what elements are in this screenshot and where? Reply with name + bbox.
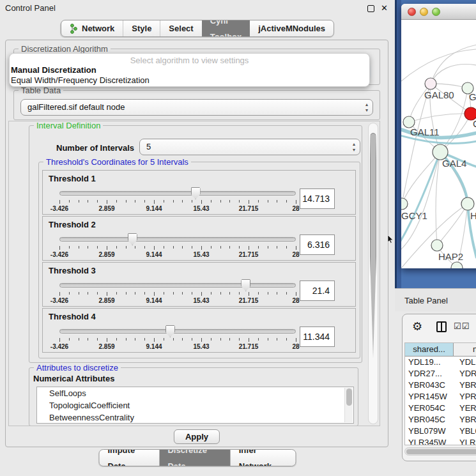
attribute-list-item[interactable]: TopologicalCoefficient bbox=[37, 399, 353, 411]
algorithm-dropdown-popup: Select algorithm to view settings Manual… bbox=[9, 53, 370, 87]
network-node-hap2[interactable] bbox=[431, 240, 443, 251]
threshold-slider[interactable]: -3.4262.8599.14415.4321.71528 bbox=[59, 186, 296, 214]
minimize-traffic-light[interactable] bbox=[420, 8, 428, 16]
tab-discretize-data[interactable]: Discretize Data bbox=[159, 450, 230, 466]
table-row[interactable]: YBL079WYBL0 bbox=[405, 426, 476, 437]
table-data-combobox[interactable]: galFiltered.sif default node ▴▾ bbox=[20, 99, 373, 116]
close-panel-icon[interactable]: ✕ bbox=[381, 3, 388, 13]
slider-thumb[interactable] bbox=[241, 279, 250, 291]
tab-cyni-toolbox[interactable]: Cyni Toolbox bbox=[202, 20, 250, 36]
network-node[interactable] bbox=[451, 262, 463, 268]
slider-track[interactable] bbox=[59, 237, 296, 242]
slider-track[interactable] bbox=[59, 191, 296, 196]
table-cell-shared-name[interactable]: YLR345W bbox=[405, 437, 454, 445]
table-row[interactable]: YLR345WYLR3 bbox=[405, 437, 476, 445]
number-of-intervals-combobox[interactable]: 5 ▴▾ bbox=[139, 139, 360, 155]
slider-tick bbox=[258, 200, 259, 203]
slider-tick bbox=[97, 200, 98, 203]
table-row[interactable]: YBR043CYBR0 bbox=[405, 380, 476, 391]
table-cell-name[interactable]: YLR3 bbox=[454, 437, 476, 445]
table-horizontal-scrollbar[interactable] bbox=[404, 447, 476, 456]
slider-track[interactable] bbox=[59, 329, 296, 334]
network-node-label: GAL80 bbox=[424, 89, 454, 100]
network-node-label: GCY1 bbox=[401, 210, 427, 221]
slider-tick bbox=[211, 246, 211, 249]
axis-tick-label: -3.426 bbox=[50, 205, 68, 212]
dropdown-option[interactable]: Equal Width/Frequency Discretization bbox=[10, 75, 369, 86]
threshold-slider[interactable]: -3.4262.8599.14415.4321.71528 bbox=[59, 324, 296, 352]
table-cell-name[interactable]: YBL0 bbox=[454, 426, 476, 437]
tab-select[interactable]: Select bbox=[160, 20, 201, 36]
axis-tick-label: 28 bbox=[292, 297, 299, 304]
table-row[interactable]: YDL19...YDL1 bbox=[405, 357, 476, 368]
network-node-label: GAL11 bbox=[410, 127, 440, 137]
slider-thumb[interactable] bbox=[191, 187, 201, 199]
zoom-traffic-light[interactable] bbox=[432, 8, 440, 16]
threshold-slider[interactable]: -3.4262.8599.14415.4321.71528 bbox=[59, 278, 296, 306]
table-row[interactable]: YPR145WYPR1 bbox=[405, 391, 476, 403]
slider-tick bbox=[164, 292, 164, 295]
slider-tick bbox=[182, 292, 183, 295]
axis-tick-label: 21.715 bbox=[239, 205, 259, 212]
settings-vertical-scrollbar[interactable] bbox=[368, 123, 378, 424]
table-cell-name[interactable]: YPR1 bbox=[454, 391, 476, 403]
dropdown-option[interactable]: Manual Discretization bbox=[10, 65, 369, 75]
columns-icon[interactable] bbox=[436, 321, 447, 332]
column-header-shared-name[interactable]: shared... bbox=[405, 343, 454, 356]
tab-style[interactable]: Style bbox=[123, 20, 160, 36]
slider-tick bbox=[296, 200, 296, 204]
table-cell-shared-name[interactable]: YDL19... bbox=[405, 357, 454, 368]
slider-track[interactable] bbox=[59, 283, 296, 288]
tab-label: Impute Data bbox=[108, 449, 151, 466]
gear-icon[interactable]: ⚙ bbox=[412, 320, 422, 333]
control-panel-titlebar: Control Panel ✕ bbox=[0, 0, 395, 17]
network-node-gcy1[interactable] bbox=[401, 198, 408, 210]
table-header-row: shared... n bbox=[405, 343, 476, 357]
table-cell-name[interactable]: YDR2 bbox=[454, 368, 476, 380]
threshold-value-input[interactable]: 21.4 bbox=[300, 280, 335, 301]
attribute-list-item[interactable]: BetweennessCentrality bbox=[37, 411, 353, 424]
slider-tick bbox=[229, 338, 230, 341]
column-header-name[interactable]: n bbox=[454, 343, 476, 356]
threshold-label: Threshold 1 bbox=[49, 174, 96, 183]
select-columns-checkbox-icons[interactable]: ☑☑ bbox=[454, 321, 470, 331]
table-cell-name[interactable]: YER0 bbox=[454, 403, 476, 414]
threshold-slider[interactable]: -3.4262.8599.14415.4321.71528 bbox=[59, 232, 296, 260]
attribute-list-item[interactable]: SelfLoops bbox=[37, 387, 353, 399]
network-node-h[interactable] bbox=[461, 197, 474, 210]
table-row[interactable]: YER054CYER0 bbox=[405, 403, 476, 414]
threshold-value-input[interactable]: 11.344 bbox=[300, 326, 335, 347]
table-cell-shared-name[interactable]: YPR145W bbox=[405, 391, 454, 403]
network-canvas[interactable]: GAL80GACGAL11GAL4GCY1HHAP2 bbox=[401, 20, 476, 268]
slider-tick bbox=[79, 200, 79, 203]
threshold-value-input[interactable]: 14.713 bbox=[300, 188, 335, 209]
tab-network[interactable]: Network bbox=[61, 20, 123, 36]
tab-label: Select bbox=[169, 20, 193, 36]
table-cell-shared-name[interactable]: YER054C bbox=[405, 403, 454, 414]
tab-infer-network[interactable]: Infer Network bbox=[231, 450, 296, 466]
number-of-intervals-label: Number of Intervals bbox=[56, 143, 134, 153]
list-scrollbar[interactable] bbox=[344, 388, 353, 422]
slider-tick bbox=[116, 200, 117, 203]
close-traffic-light[interactable] bbox=[408, 8, 416, 16]
table-cell-name[interactable]: YBR0 bbox=[454, 380, 476, 391]
slider-thumb[interactable] bbox=[128, 233, 137, 245]
threshold-value-input[interactable]: 6.316 bbox=[300, 234, 335, 255]
table-cell-shared-name[interactable]: YDR27... bbox=[405, 368, 454, 380]
tab-jactivemnodules[interactable]: jActiveMNodules bbox=[250, 20, 334, 36]
apply-button[interactable]: Apply bbox=[174, 429, 220, 444]
tab-impute-data[interactable]: Impute Data bbox=[100, 450, 160, 466]
table-cell-shared-name[interactable]: YBL079W bbox=[405, 426, 454, 437]
table-row[interactable]: YDR27...YDR2 bbox=[405, 368, 476, 380]
table-cell-shared-name[interactable]: YBR045C bbox=[405, 414, 454, 426]
slider-tick bbox=[144, 292, 145, 295]
table-data-value: galFiltered.sif default node bbox=[27, 102, 125, 112]
slider-thumb[interactable] bbox=[165, 325, 175, 337]
table-cell-name[interactable]: YDL1 bbox=[454, 357, 476, 368]
slider-tick bbox=[126, 292, 127, 295]
table-cell-name[interactable]: YBR0 bbox=[454, 414, 476, 426]
table-cell-shared-name[interactable]: YBR043C bbox=[405, 380, 454, 391]
float-window-icon[interactable] bbox=[367, 5, 374, 12]
table-row[interactable]: YBR045CYBR0 bbox=[405, 414, 476, 426]
network-node-gal80[interactable] bbox=[425, 78, 436, 89]
